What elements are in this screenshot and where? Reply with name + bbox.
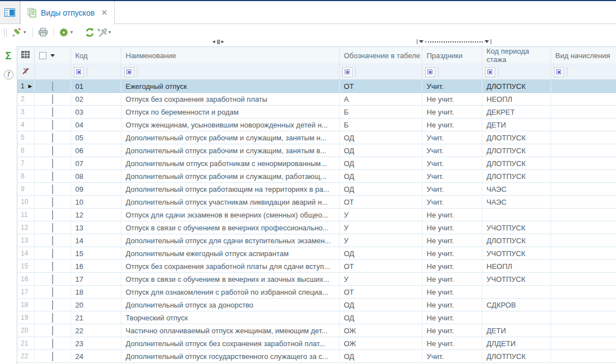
- tools-button[interactable]: [96, 26, 108, 39]
- cell-stage: ДЛОТПУСК: [482, 350, 551, 363]
- table-row[interactable]: 1718Отпуск для ознакомления с работой по…: [17, 286, 616, 299]
- row-checkbox-cell: [34, 183, 70, 196]
- table-row[interactable]: 1921Творческий отпускОДНе учит.: [17, 311, 616, 324]
- row-checkbox[interactable]: [52, 94, 53, 104]
- column-header-stage[interactable]: Код периода стажа: [482, 47, 551, 64]
- filter-type-button[interactable]: [342, 67, 352, 77]
- filter-cell-name[interactable]: [121, 64, 339, 80]
- filter-cell-accrual[interactable]: [551, 64, 616, 80]
- row-checkbox[interactable]: [52, 146, 53, 155]
- panel-splitter-handle[interactable]: ◄►: [211, 39, 225, 44]
- table-row[interactable]: 1516Отпуск без сохранения заработной пла…: [17, 260, 616, 273]
- column-header-code[interactable]: Код: [70, 47, 121, 64]
- table-row[interactable]: 2022Частично оплачиваемый отпуск женщина…: [17, 324, 616, 337]
- table-row[interactable]: 1314Дополнительный отпуск для сдачи всту…: [17, 234, 616, 247]
- settings-gear-button[interactable]: [58, 26, 70, 39]
- row-checkbox[interactable]: [52, 172, 53, 181]
- cell-name: Отпуск для сдачи экзаменов в вечерних (с…: [121, 209, 339, 221]
- tools-dropdown-caret[interactable]: ▾: [109, 30, 111, 35]
- filter-type-button[interactable]: [485, 67, 495, 77]
- cell-code: 15: [70, 247, 121, 260]
- settings-dropdown-caret[interactable]: ▾: [70, 30, 73, 35]
- column-header-name[interactable]: Наименование: [121, 47, 339, 64]
- row-checkbox-cell: [34, 299, 70, 311]
- tab-vacation-types[interactable]: Виды отпусков ✕: [20, 1, 115, 24]
- table-row[interactable]: 1213Отпуск в связи с обучением в вечерни…: [17, 221, 616, 234]
- select-dropdown-icon[interactable]: [50, 54, 55, 57]
- cell-stage: [482, 286, 551, 299]
- row-checkbox[interactable]: [52, 313, 53, 323]
- row-checkbox[interactable]: [52, 82, 53, 91]
- row-checkbox[interactable]: [52, 210, 53, 220]
- column-header-holidays[interactable]: Праздники: [422, 47, 482, 64]
- table-row[interactable]: 1010Дополнительный отпуск участникам лик…: [17, 196, 616, 209]
- row-checkbox[interactable]: [52, 223, 53, 233]
- filter-cell-holidays[interactable]: [422, 64, 482, 80]
- row-checkbox[interactable]: [52, 107, 53, 117]
- cell-stage: ДЕТИ: [482, 324, 551, 337]
- column-header-accrual[interactable]: Вид начисления: [551, 47, 616, 64]
- sum-sigma-icon[interactable]: Σ: [6, 51, 12, 61]
- table-row[interactable]: 909Дополнительный отпуск работающим на т…: [17, 183, 616, 196]
- column-header-tabel[interactable]: Обозначение в табеле: [339, 47, 422, 64]
- table-row[interactable]: 808Дополнительный отпуск рабочим и служа…: [17, 170, 616, 183]
- info-icon[interactable]: i: [4, 70, 13, 79]
- select-all-header[interactable]: [34, 47, 70, 64]
- row-checkbox[interactable]: [52, 352, 53, 361]
- row-checkbox[interactable]: [52, 133, 53, 143]
- row-checkbox[interactable]: [52, 120, 53, 130]
- cell-accrual: [551, 350, 616, 363]
- cell-name: Дополнительным отпуск работникам с ненор…: [121, 157, 339, 170]
- table-row[interactable]: 707Дополнительным отпуск работникам с не…: [17, 157, 616, 170]
- cell-tabel: ОД: [339, 247, 422, 260]
- row-checkbox[interactable]: [52, 262, 53, 271]
- cell-code: 03: [70, 106, 121, 119]
- row-checkbox[interactable]: [52, 275, 53, 284]
- clear-filter-button[interactable]: [17, 64, 34, 80]
- filter-cell-code[interactable]: [70, 64, 121, 80]
- row-checkbox[interactable]: [52, 236, 53, 245]
- filter-cell-stage[interactable]: [482, 64, 551, 80]
- table-row[interactable]: 505Дополнительный отпуск рабочим и служа…: [17, 131, 616, 144]
- row-checkbox[interactable]: [52, 326, 53, 335]
- table-row[interactable]: 1820Дополнительный отпуск за донорствоОД…: [17, 299, 616, 311]
- table-row[interactable]: 1112Отпуск для сдачи экзаменов в вечерни…: [17, 209, 616, 221]
- table-row[interactable]: 2224Дополнительный отпуск государственно…: [17, 350, 616, 363]
- row-checkbox[interactable]: [52, 249, 53, 258]
- row-checkbox-cell: [34, 221, 70, 234]
- row-checkbox[interactable]: [52, 197, 53, 207]
- filter-cell-tabel[interactable]: [339, 64, 422, 80]
- row-checkbox[interactable]: [52, 185, 53, 194]
- edit-button[interactable]: [11, 26, 23, 39]
- table-row[interactable]: 1▶01Ежегодный отпускОТУчит.ДЛОТПУСК: [17, 80, 616, 93]
- filter-type-button[interactable]: [74, 67, 84, 77]
- table-row[interactable]: 303Отпуск по беременности и родамБНе учи…: [17, 106, 616, 119]
- tab-close-icon[interactable]: ✕: [101, 8, 107, 17]
- row-checkbox[interactable]: [52, 300, 53, 310]
- filter-type-button[interactable]: [124, 67, 134, 77]
- select-all-checkbox[interactable]: [39, 52, 46, 59]
- table-row[interactable]: 202Отпуск без сохранения заработной плат…: [17, 93, 616, 106]
- app-window: Виды отпусков ✕ ▾: [0, 0, 616, 364]
- refresh-button[interactable]: [83, 26, 96, 39]
- filter-type-button[interactable]: [554, 67, 564, 77]
- table-row[interactable]: 404Отпуск женщинам, усыновившим новорожд…: [17, 119, 616, 131]
- layout-panel-button[interactable]: [0, 1, 20, 23]
- print-button[interactable]: [37, 26, 49, 39]
- row-checkbox[interactable]: [52, 287, 53, 297]
- cell-holidays: Учит.: [422, 183, 482, 196]
- toolbar-grip[interactable]: [4, 28, 7, 37]
- row-checkbox[interactable]: [52, 159, 53, 168]
- column-drag-indicator[interactable]: [417, 39, 491, 45]
- table-row[interactable]: 1617Отпуск в связи с обучением в вечерни…: [17, 273, 616, 286]
- filter-type-button[interactable]: [425, 67, 435, 77]
- data-grid: Код Наименование Обозначение в табеле Пр…: [17, 46, 616, 364]
- table-row[interactable]: 2123Дополнительный отпуск без сохранения…: [17, 337, 616, 350]
- table-row[interactable]: 1415Дополнительным ежегодный отпуск аспи…: [17, 247, 616, 260]
- gear-icon: [59, 27, 69, 37]
- cell-holidays: Не учит.: [422, 286, 482, 299]
- edit-dropdown-caret[interactable]: ▾: [23, 30, 26, 35]
- grid-corner-button[interactable]: [17, 47, 34, 64]
- table-row[interactable]: 606Дополнительный отпуск рабочим и служа…: [17, 144, 616, 157]
- row-checkbox[interactable]: [52, 339, 53, 348]
